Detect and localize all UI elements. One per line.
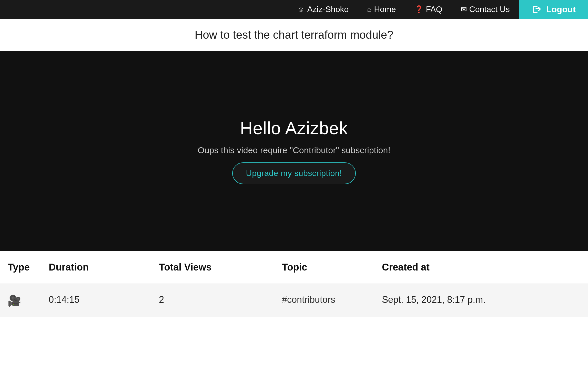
cell-created-at: Sept. 15, 2021, 8:17 p.m. — [374, 284, 588, 317]
table-row: 🎥 0:14:15 2 #contributors Sept. 15, 2021… — [0, 284, 588, 317]
nav-user[interactable]: ☺ Aziz-Shoko — [288, 0, 358, 19]
video-area: Hello Azizbek Oups this video require "C… — [0, 51, 588, 251]
nav-contact-label: Contact Us — [469, 5, 510, 14]
col-duration: Duration — [41, 251, 151, 284]
nav-faq-label: FAQ — [426, 5, 442, 14]
cell-duration: 0:14:15 — [41, 284, 151, 317]
table-section: Type Duration Total Views Topic Created … — [0, 251, 588, 317]
cell-total-views: 2 — [151, 284, 274, 317]
col-total-views: Total Views — [151, 251, 274, 284]
cell-type: 🎥 — [0, 284, 41, 317]
nav-home[interactable]: ⌂ Home — [358, 0, 405, 19]
user-icon: ☺ — [297, 5, 305, 14]
col-topic: Topic — [274, 251, 374, 284]
logout-icon — [531, 4, 543, 15]
video-camera-icon: 🎥 — [8, 295, 21, 307]
cell-topic: #contributors — [274, 284, 374, 317]
col-type: Type — [0, 251, 41, 284]
page-title-section: How to test the chart terraform module? — [0, 19, 588, 51]
video-greeting: Hello Azizbek — [240, 118, 348, 138]
home-icon: ⌂ — [367, 5, 371, 14]
nav-home-label: Home — [374, 5, 396, 14]
col-created-at: Created at — [374, 251, 588, 284]
nav-contact[interactable]: ✉ Contact Us — [452, 0, 519, 19]
navbar: ☺ Aziz-Shoko ⌂ Home ❓ FAQ ✉ Contact Us L… — [0, 0, 588, 19]
page-title: How to test the chart terraform module? — [0, 28, 588, 41]
video-info-table: Type Duration Total Views Topic Created … — [0, 251, 588, 317]
nav-faq[interactable]: ❓ FAQ — [405, 0, 452, 19]
question-icon: ❓ — [414, 5, 423, 14]
logout-button[interactable]: Logout — [519, 0, 588, 19]
video-message: Oups this video require "Contributor" su… — [198, 145, 390, 155]
upgrade-subscription-button[interactable]: Upgrade my subscription! — [232, 162, 356, 184]
table-header-row: Type Duration Total Views Topic Created … — [0, 251, 588, 284]
logout-label: Logout — [546, 4, 576, 14]
envelope-icon: ✉ — [461, 5, 467, 14]
nav-user-label: Aziz-Shoko — [307, 5, 349, 14]
